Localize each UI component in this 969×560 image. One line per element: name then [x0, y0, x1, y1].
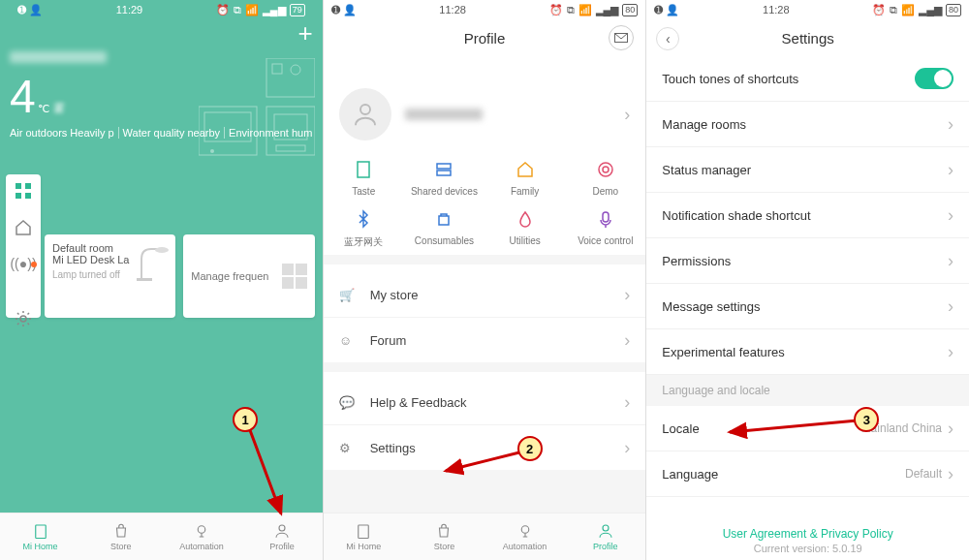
chat-icon: 💬 [339, 395, 357, 410]
home-toolbar: + [10, 19, 313, 47]
svg-rect-11 [16, 183, 21, 189]
item-message-settings[interactable]: Message settings› [646, 284, 969, 329]
shortcut-bluetooth[interactable]: 蓝牙网关 [324, 208, 404, 249]
footer-version: Current version: 5.0.19 [646, 543, 969, 560]
profile-row[interactable]: › [324, 76, 646, 153]
screen-1-mi-home: ➊ 👤 11:29 ⏰ ⧉ 📶 ▂▄▆ 79 + 4 ℃ 雾 Air outdo… [0, 0, 324, 560]
settings-list: Touch tones of shortcuts Manage rooms› S… [646, 56, 969, 521]
svg-point-15 [20, 316, 26, 322]
notif-icon: ➊ 👤 [331, 4, 357, 16]
item-status-manager[interactable]: Status manager› [646, 147, 969, 193]
manage-frequent-card[interactable]: Manage frequen [183, 234, 314, 318]
list-forum[interactable]: ☺Forum› [324, 317, 646, 362]
chevron-right-icon: › [624, 285, 630, 305]
shortcut-shared[interactable]: Shared devices [404, 159, 484, 197]
list-my-store[interactable]: 🛒My store› [324, 272, 646, 317]
home-header: ➊ 👤 11:29 ⏰ ⧉ 📶 ▂▄▆ 79 + 4 ℃ 雾 Air outdo… [0, 0, 323, 329]
svg-rect-3 [199, 107, 257, 155]
nav-store[interactable]: Store [80, 513, 161, 560]
status-bar: ➊ 👤 11:29 ⏰ ⧉ 📶 ▂▄▆ 79 [10, 0, 313, 19]
settings-header: ‹ Settings [646, 19, 969, 56]
back-button[interactable]: ‹ [656, 27, 679, 50]
alarm-icon: ⏰ [549, 4, 563, 16]
svg-rect-29 [359, 525, 369, 539]
svg-point-18 [279, 525, 285, 531]
nav-mi-home[interactable]: Mi Home [324, 513, 404, 560]
messages-button[interactable] [609, 25, 634, 50]
profile-list: 🛒My store› ☺Forum› [324, 272, 646, 362]
svg-point-31 [603, 525, 609, 531]
svg-rect-22 [358, 162, 369, 177]
chevron-right-icon: › [624, 438, 630, 458]
svg-rect-12 [25, 183, 31, 189]
list-settings[interactable]: ⚙Settings› [324, 424, 646, 470]
section-language-locale: Language and locale [646, 375, 969, 406]
item-language[interactable]: LanguageDefault› [646, 451, 969, 497]
forum-icon: ☺ [339, 333, 357, 348]
svg-rect-13 [16, 193, 21, 199]
svg-rect-23 [437, 164, 451, 169]
svg-point-2 [291, 65, 300, 75]
side-rail: ((●)) [6, 174, 41, 318]
svg-rect-14 [25, 193, 31, 199]
shortcut-row-1: Taste Shared devices Family Demo [324, 153, 646, 202]
rail-home-icon[interactable] [14, 219, 33, 236]
svg-point-21 [360, 105, 370, 114]
svg-point-26 [603, 167, 609, 172]
list-help[interactable]: 💬Help & Feedback› [324, 380, 646, 424]
cart-icon: 🛒 [339, 288, 357, 302]
rail-grid-icon[interactable] [14, 182, 33, 200]
svg-point-25 [599, 163, 612, 176]
item-locale[interactable]: LocaleMainland China› [646, 406, 969, 451]
svg-point-9 [155, 247, 169, 253]
svg-point-30 [521, 526, 529, 534]
toggle-on[interactable] [915, 68, 953, 89]
shortcut-taste[interactable]: Taste [324, 159, 404, 197]
add-device-button[interactable]: + [297, 18, 312, 48]
item-touch-tones[interactable]: Touch tones of shortcuts [646, 56, 969, 102]
nav-profile[interactable]: Profile [565, 513, 645, 560]
avatar [339, 88, 391, 140]
item-notif-shade[interactable]: Notification shade shortcut› [646, 193, 969, 238]
profile-header: Profile [324, 19, 646, 56]
device-card-default-room[interactable]: Default room Mi LED Desk La Lamp turned … [45, 234, 175, 318]
page-title: Profile [464, 30, 506, 47]
shortcut-utilities[interactable]: Utilities [484, 208, 565, 249]
shortcut-family[interactable]: Family [484, 159, 565, 197]
page-title: Settings [782, 30, 834, 47]
status-time: 11:28 [763, 4, 790, 16]
shortcut-demo[interactable]: Demo [565, 159, 645, 197]
svg-rect-8 [276, 145, 305, 151]
shortcut-row-2: 蓝牙网关 Consumables Utilities Voice control [324, 202, 646, 255]
signal-icon: ▂▄▆ [263, 4, 286, 16]
screen-2-profile: ➊ 👤 11:28 ⏰⧉📶▂▄▆80 Profile › Taste Share… [324, 0, 647, 560]
rail-signal-icon[interactable]: ((●)) [14, 256, 33, 271]
lamp-icon [137, 244, 170, 283]
nav-profile[interactable]: Profile [242, 513, 323, 560]
nav-store[interactable]: Store [404, 513, 484, 560]
screen-3-settings: ➊ 👤 11:28 ⏰⧉📶▂▄▆80 ‹ Settings Touch tone… [646, 0, 969, 560]
footer-agreement-link[interactable]: User Agreement & Privacy Policy [646, 521, 969, 543]
battery-icon: 79 [290, 4, 305, 16]
svg-rect-16 [35, 525, 46, 539]
status-time: 11:29 [116, 4, 143, 16]
nav-mi-home[interactable]: Mi Home [0, 513, 80, 560]
status-bar: ➊ 👤 11:28 ⏰⧉📶▂▄▆80 [324, 0, 646, 19]
bluetooth-icon: ⧉ [234, 4, 241, 16]
status-bar: ➊ 👤 11:28 ⏰⧉📶▂▄▆80 [646, 0, 969, 19]
shortcut-voice[interactable]: Voice control [565, 208, 645, 249]
chevron-right-icon: › [624, 392, 630, 413]
chevron-right-icon: › [624, 105, 630, 125]
grid-icon [282, 264, 307, 289]
sliders-icon: ⚙ [339, 441, 357, 455]
shortcut-consumables[interactable]: Consumables [404, 208, 484, 249]
item-permissions[interactable]: Permissions› [646, 238, 969, 284]
item-manage-rooms[interactable]: Manage rooms› [646, 102, 969, 147]
chevron-right-icon: › [624, 330, 630, 351]
status-time: 11:28 [439, 4, 466, 16]
svg-point-17 [198, 526, 205, 534]
item-experimental[interactable]: Experimental features› [646, 329, 969, 375]
nav-automation[interactable]: Automation [161, 513, 241, 560]
rail-settings-icon[interactable] [14, 310, 33, 327]
nav-automation[interactable]: Automation [484, 513, 565, 560]
